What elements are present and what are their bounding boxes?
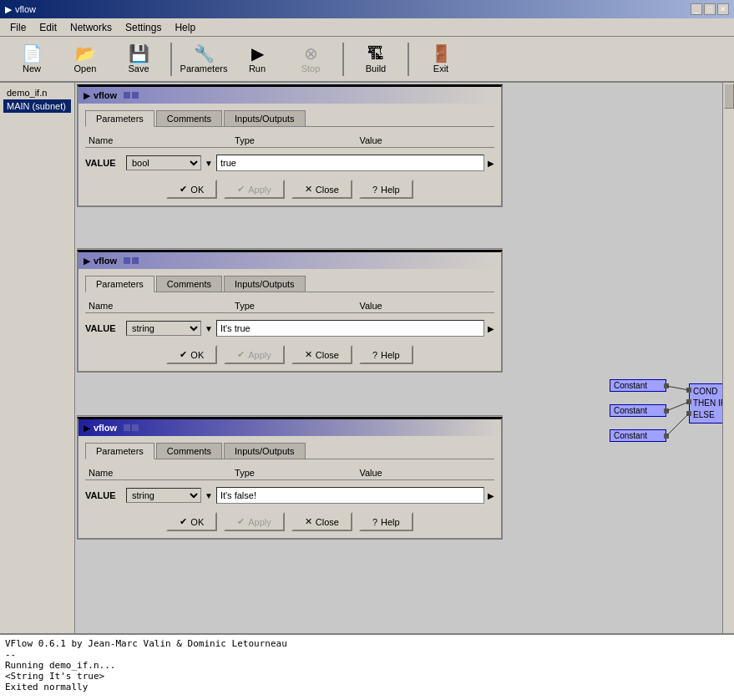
exit-icon: 🚪: [431, 45, 452, 62]
log-area: VFlow 0.6.1 by Jean-Marc Valin & Dominic…: [0, 633, 734, 700]
new-button[interactable]: 📄 New: [7, 41, 57, 78]
btn-row-3: ✔ OK ✔ Apply ✕ Close ? Help: [85, 512, 494, 531]
build-icon: 🏗: [367, 45, 384, 62]
ok-button-3[interactable]: ✔ OK: [166, 512, 217, 531]
vflow-content-2: Parameters Comments Inputs/Outputs Name …: [78, 269, 501, 371]
parameters-button[interactable]: 🔧 Parameters: [179, 41, 229, 78]
vflow-dot-6: [132, 424, 139, 431]
vflow-dots-3: [124, 424, 139, 431]
title-bar-icon: ▶: [5, 4, 12, 15]
param-label-3: VALUE: [85, 490, 123, 500]
close-button[interactable]: ✕: [717, 3, 729, 15]
log-line-2: --: [5, 649, 729, 660]
param-arrow-right-1: ▶: [488, 159, 494, 168]
scrollbar-thumb[interactable]: [724, 84, 734, 109]
param-arrow-1: ▼: [205, 159, 213, 168]
vflow-title-2: vflow: [94, 256, 117, 266]
stop-button[interactable]: ⊗ Stop: [286, 41, 336, 78]
open-button[interactable]: 📂 Open: [60, 41, 110, 78]
tab-parameters-1[interactable]: Parameters: [85, 110, 154, 127]
help-button-3[interactable]: ? Help: [359, 512, 413, 531]
ok-button-2[interactable]: ✔ OK: [166, 345, 217, 364]
close-button-3[interactable]: ✕ Close: [291, 512, 352, 531]
col-name-2: Name: [85, 299, 231, 313]
param-arrow-2: ▼: [205, 324, 213, 333]
col-type-3: Type: [231, 466, 356, 480]
help-button-2[interactable]: ? Help: [359, 345, 413, 364]
vflow-window-3: ▶ vflow Parameters Comments Inputs/Outpu…: [77, 417, 503, 540]
vflow-dots-1: [124, 92, 139, 99]
minimize-button[interactable]: _: [691, 3, 702, 15]
vflow-titlebar-1[interactable]: ▶ vflow: [78, 87, 501, 104]
param-table-2: Name Type Value: [85, 299, 494, 313]
tab-inputs-outputs-1[interactable]: Inputs/Outputs: [224, 110, 306, 126]
title-bar: ▶ vflow _ □ ✕: [0, 0, 734, 18]
param-row-1: VALUE bool string int ▼ ▶: [85, 155, 494, 171]
menu-help[interactable]: Help: [168, 20, 202, 35]
menu-networks[interactable]: Networks: [63, 20, 119, 35]
vflow-title-1: vflow: [94, 90, 117, 100]
sidebar: demo_if.n MAIN (subnet): [0, 83, 75, 633]
help-button-1[interactable]: ? Help: [359, 180, 413, 199]
log-line-4: <String It's true>: [5, 671, 729, 682]
col-type-1: Type: [231, 134, 356, 148]
param-value-input-2[interactable]: [216, 320, 484, 337]
param-type-select-3[interactable]: string bool int: [126, 488, 201, 503]
tab-parameters-3[interactable]: Parameters: [85, 443, 154, 459]
sidebar-item-demo[interactable]: demo_if.n: [3, 86, 71, 99]
tab-comments-3[interactable]: Comments: [156, 443, 222, 459]
apply-button-1[interactable]: ✔ Apply: [224, 180, 285, 199]
vflow-titlebar-3[interactable]: ▶ vflow: [78, 419, 501, 436]
tabs-2: Parameters Comments Inputs/Outputs: [85, 276, 494, 292]
toolbar: 📄 New 📂 Open 💾 Save 🔧 Parameters ▶ Run ⊗…: [0, 37, 734, 83]
node-constant-1[interactable]: Constant: [610, 379, 666, 392]
maximize-button[interactable]: □: [704, 3, 716, 15]
vflow-dot-2: [132, 92, 139, 99]
tab-inputs-outputs-2[interactable]: Inputs/Outputs: [224, 276, 306, 292]
tabs-1: Parameters Comments Inputs/Outputs: [85, 110, 494, 127]
save-button[interactable]: 💾 Save: [114, 41, 164, 78]
param-type-select-2[interactable]: string bool int: [126, 321, 201, 336]
title-bar-controls[interactable]: _ □ ✕: [691, 3, 729, 15]
param-table-1: Name Type Value: [85, 134, 494, 148]
col-value-1: Value: [356, 134, 494, 148]
close-button-1[interactable]: ✕ Close: [291, 180, 352, 199]
build-button[interactable]: 🏗 Build: [351, 41, 401, 78]
vflow-titlebar-2[interactable]: ▶ vflow: [78, 252, 501, 269]
save-icon: 💾: [129, 45, 149, 62]
apply-button-3[interactable]: ✔ Apply: [224, 512, 285, 531]
vflow-window-1: ▶ vflow Parameters Comments Inputs/Outpu…: [77, 84, 503, 207]
param-arrow-right-3: ▶: [488, 491, 494, 500]
node-constant-2[interactable]: Constant: [610, 404, 666, 417]
tab-inputs-outputs-3[interactable]: Inputs/Outputs: [224, 443, 306, 459]
menu-file[interactable]: File: [3, 20, 33, 35]
ok-button-1[interactable]: ✔ OK: [166, 180, 217, 199]
param-value-input-1[interactable]: [216, 155, 484, 171]
vflow-title-3: vflow: [94, 423, 117, 433]
log-line-5: Exited normally: [5, 682, 729, 692]
col-type-2: Type: [231, 299, 356, 313]
exit-button[interactable]: 🚪 Exit: [416, 41, 466, 78]
param-type-select-1[interactable]: bool string int: [126, 155, 201, 170]
param-label-2: VALUE: [85, 323, 123, 333]
tab-parameters-2[interactable]: Parameters: [85, 276, 154, 292]
param-value-input-3[interactable]: [216, 487, 484, 504]
menu-settings[interactable]: Settings: [119, 20, 168, 35]
sidebar-item-main[interactable]: MAIN (subnet): [3, 99, 71, 113]
param-row-2: VALUE string bool int ▼ ▶: [85, 320, 494, 337]
tab-comments-1[interactable]: Comments: [156, 110, 222, 126]
vflow-dot-1: [124, 92, 130, 99]
run-button[interactable]: ▶ Run: [232, 41, 282, 78]
close-button-2[interactable]: ✕ Close: [291, 345, 352, 364]
canvas-scrollbar[interactable]: [722, 83, 734, 633]
new-icon: 📄: [22, 45, 43, 62]
btn-row-1: ✔ OK ✔ Apply ✕ Close ? Help: [85, 180, 494, 199]
menu-edit[interactable]: Edit: [33, 20, 63, 35]
node-constant-3[interactable]: Constant: [610, 429, 666, 442]
btn-row-2: ✔ OK ✔ Apply ✕ Close ? Help: [85, 345, 494, 364]
toolbar-separator-1: [170, 43, 172, 76]
run-icon: ▶: [251, 45, 264, 62]
apply-button-2[interactable]: ✔ Apply: [224, 345, 285, 364]
col-value-3: Value: [356, 466, 494, 480]
tab-comments-2[interactable]: Comments: [156, 276, 222, 292]
